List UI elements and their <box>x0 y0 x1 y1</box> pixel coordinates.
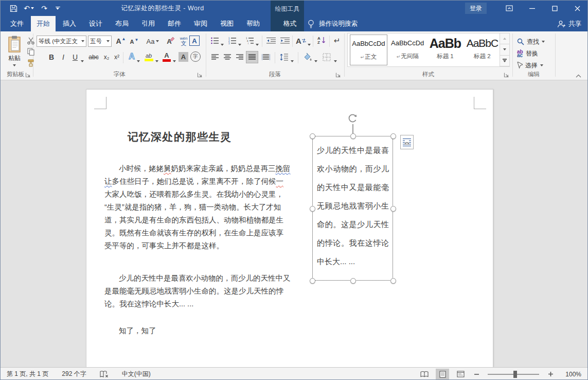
style-gallery-scroll-up[interactable] <box>500 33 509 44</box>
font-size-combobox[interactable]: 五号 <box>88 36 112 47</box>
italic-button[interactable]: I <box>60 52 67 62</box>
show-hide-marks-button[interactable]: ↵ <box>332 35 342 46</box>
selected-textbox[interactable]: 少儿的天性中是最喜欢小动物的，而少儿的天性中又是最能毫无顾忌地戕害弱小生命的。这… <box>312 136 393 281</box>
align-right-button[interactable] <box>234 52 245 62</box>
resize-handle-bottom-center[interactable] <box>350 278 356 284</box>
style-item-无间隔[interactable]: AaBbCcDd↵无间隔 <box>389 34 426 65</box>
bullets-button[interactable] <box>210 36 220 46</box>
strikethrough-button[interactable]: abc <box>87 52 100 62</box>
numbering-button[interactable]: 123 <box>227 36 238 46</box>
zoom-slider[interactable] <box>488 374 539 375</box>
tab-插入[interactable]: 插入 <box>57 16 82 31</box>
change-case-button[interactable]: Aa <box>145 36 161 47</box>
rotation-handle[interactable] <box>347 113 358 124</box>
font-name-combobox[interactable]: 等线 (中文正文 <box>37 36 86 47</box>
tab-文件[interactable]: 文件 <box>5 16 29 31</box>
increase-indent-button[interactable] <box>279 36 291 46</box>
style-item-正文[interactable]: AaBbCcDd↵正文 <box>350 34 387 65</box>
layout-options-button[interactable] <box>400 135 414 149</box>
collapse-ribbon-button[interactable] <box>574 73 583 79</box>
zoom-in-button[interactable] <box>546 369 555 380</box>
style-item-标题 1[interactable]: AaBb标题 1 <box>428 34 463 65</box>
tab-布局[interactable]: 布局 <box>110 16 134 31</box>
zoom-slider-handle[interactable] <box>513 371 517 378</box>
paragraph[interactable]: 知了，知了 <box>104 324 279 337</box>
ribbon-display-options-button[interactable] <box>498 1 521 16</box>
save-button[interactable] <box>8 3 19 14</box>
clipboard-dialog-launcher[interactable] <box>25 72 31 78</box>
signin-button[interactable]: 登录 <box>465 3 487 14</box>
word-count[interactable]: 292 个字 <box>62 370 86 378</box>
tab-格式[interactable]: 格式 <box>273 16 307 31</box>
resize-handle-middle-left[interactable] <box>310 206 315 212</box>
shading-button[interactable] <box>301 51 313 63</box>
grow-font-button[interactable]: A▲ <box>115 36 127 47</box>
resize-handle-bottom-right[interactable] <box>390 278 396 284</box>
copy-button[interactable] <box>26 47 35 56</box>
decrease-indent-button[interactable] <box>265 36 277 46</box>
close-button[interactable] <box>566 1 588 16</box>
replace-button[interactable]: abac 替换 <box>517 48 538 59</box>
select-button[interactable]: 选择 <box>517 60 543 71</box>
align-center-button[interactable] <box>222 52 233 62</box>
zoom-level[interactable]: 100% <box>560 371 581 378</box>
format-painter-button[interactable] <box>26 58 35 67</box>
minimize-button[interactable] <box>521 1 543 16</box>
tab-视图[interactable]: 视图 <box>215 16 239 31</box>
tab-引用[interactable]: 引用 <box>136 16 161 31</box>
character-shading-button[interactable]: A <box>179 52 188 62</box>
line-spacing-button[interactable] <box>278 51 290 63</box>
justify-button[interactable] <box>246 51 258 63</box>
document-body[interactable]: 小时候，姥姥舅奶奶来家走亲戚，奶奶总是再三挽留让多住些日子，她们总是说，家里离不… <box>104 162 279 337</box>
font-color-button[interactable]: A <box>162 51 172 62</box>
borders-button[interactable] <box>320 51 333 63</box>
tell-me-search[interactable]: 操作说明搜索 <box>308 16 358 31</box>
tab-帮助[interactable]: 帮助 <box>241 16 265 31</box>
style-gallery-more-button[interactable] <box>500 56 509 66</box>
undo-button[interactable]: ↶ <box>21 3 37 14</box>
text-effects-button[interactable]: A <box>127 51 137 62</box>
page-indicator[interactable]: 第 1 页, 共 1 页 <box>7 370 48 378</box>
bold-button[interactable]: B <box>47 52 56 62</box>
zoom-out-button[interactable] <box>472 369 481 380</box>
highlight-color-button[interactable]: ab <box>143 51 154 62</box>
clear-formatting-button[interactable]: A <box>165 36 176 47</box>
styles-dialog-launcher[interactable] <box>504 72 510 78</box>
paste-button[interactable]: 粘贴 <box>4 33 25 68</box>
resize-handle-bottom-left[interactable] <box>310 278 315 284</box>
resize-handle-top-right[interactable] <box>390 133 396 139</box>
enclose-characters-button[interactable]: 字 <box>190 51 201 62</box>
character-border-button[interactable]: A <box>189 36 200 46</box>
document-page[interactable]: 记忆深处的那些生灵 小时候，姥姥舅奶奶来家走亲戚，奶奶总是再三挽留让多住些日子，… <box>86 89 493 367</box>
customize-qat-button[interactable] <box>52 3 63 14</box>
language-indicator[interactable]: 中文(中国) <box>122 370 151 378</box>
cut-button[interactable] <box>26 36 35 45</box>
resize-handle-top-center[interactable] <box>350 133 356 139</box>
underline-button[interactable]: U <box>71 52 79 62</box>
phonetic-guide-button[interactable]: wén文 <box>178 34 189 48</box>
resize-handle-top-left[interactable] <box>310 133 315 139</box>
document-workspace[interactable]: 记忆深处的那些生灵 小时候，姥姥舅奶奶来家走亲戚，奶奶总是再三挽留让多住些日子，… <box>1 80 588 367</box>
shrink-font-button[interactable]: A▼ <box>129 37 140 47</box>
find-button[interactable]: 查找 <box>517 37 545 47</box>
superscript-button[interactable]: x² <box>112 52 122 62</box>
asian-layout-button[interactable]: A <box>295 34 307 47</box>
tab-开始[interactable]: 开始 <box>31 16 56 31</box>
subscript-button[interactable]: x₂ <box>101 52 112 62</box>
document-title[interactable]: 记忆深处的那些生灵 <box>128 130 232 144</box>
style-gallery-scroll-down[interactable] <box>500 44 509 55</box>
resize-handle-middle-right[interactable] <box>390 206 396 212</box>
style-item-标题 2[interactable]: AaBbC标题 2 <box>465 34 500 65</box>
tab-设计[interactable]: 设计 <box>83 16 108 31</box>
web-layout-button[interactable] <box>454 369 467 380</box>
tab-审阅[interactable]: 审阅 <box>188 16 213 31</box>
font-dialog-launcher[interactable] <box>197 72 203 78</box>
print-layout-button[interactable] <box>436 369 449 380</box>
paragraph[interactable]: 小时候，姥姥舅奶奶来家走亲戚，奶奶总是再三挽留让多住些日子，她们总是说，家里离不… <box>104 162 279 252</box>
paragraph[interactable]: 少儿的天性中是最喜欢小动物的，而少儿的天性中又是最能毫无顾忌地戕害弱小生命的。这… <box>104 272 279 310</box>
proofing-status-icon[interactable] <box>100 371 109 378</box>
distributed-button[interactable] <box>260 52 272 62</box>
paragraph-dialog-launcher[interactable] <box>335 72 342 78</box>
sort-button[interactable]: AZ <box>315 34 328 47</box>
read-mode-button[interactable] <box>418 369 431 380</box>
